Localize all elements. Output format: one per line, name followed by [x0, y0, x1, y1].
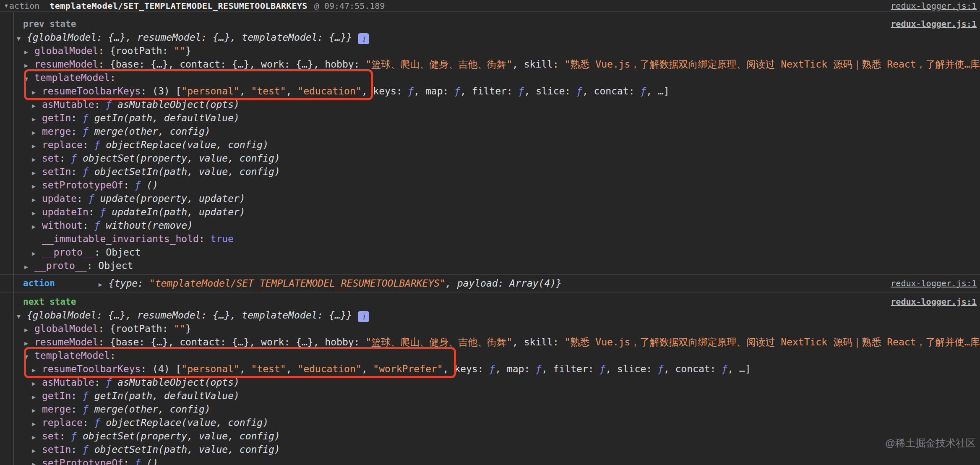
token-p: :: [71, 166, 83, 177]
token-k: resumeToolbarKeys: [42, 86, 141, 97]
token-p: : {rootPath:: [98, 45, 174, 56]
chevron-right-icon[interactable]: ▶: [32, 206, 42, 219]
tree-row[interactable]: ▶merge: ƒ merge(other, config): [0, 402, 980, 416]
chevron-right-icon[interactable]: ▶: [32, 431, 42, 443]
chevron-right-icon[interactable]: ▶: [24, 337, 34, 349]
chevron-right-icon[interactable]: ▶: [24, 260, 34, 272]
chevron-right-icon[interactable]: ▶: [32, 220, 42, 232]
tree-row[interactable]: ▶__proto__: Object: [0, 246, 980, 259]
chevron-right-icon[interactable]: ▶: [99, 281, 109, 288]
chevron-right-icon[interactable]: ▶: [32, 404, 42, 416]
tree-row[interactable]: ▶setPrototypeOf: ƒ (): [0, 178, 980, 192]
token-p: , keys:: [362, 86, 408, 97]
chevron-right-icon[interactable]: ▶: [32, 247, 42, 259]
tree-row[interactable]: ▶resumeToolbarKeys: (4) ["personal", "te…: [0, 362, 980, 376]
chevron-right-icon[interactable]: ▶: [32, 126, 42, 138]
token-f: ƒ: [576, 86, 582, 97]
token-s: "personal": [181, 86, 239, 97]
chevron-down-icon[interactable]: ▼: [24, 350, 34, 362]
chevron-right-icon[interactable]: ▶: [24, 45, 34, 57]
tree-row[interactable]: ▶resumeModel: {base: {…}, contact: {…}, …: [0, 335, 980, 349]
token-f: ƒ: [83, 390, 94, 401]
chevron-right-icon[interactable]: ▶: [32, 180, 42, 192]
token-k: getIn: [42, 390, 71, 401]
tree-row[interactable]: ▼{globalModel: {…}, resumeModel: {…}, te…: [0, 308, 980, 322]
prev-state-tree: ▼{globalModel: {…}, resumeModel: {…}, te…: [0, 31, 980, 272]
chevron-right-icon[interactable]: ▶: [32, 99, 42, 111]
token-k: globalModel: [34, 323, 98, 334]
tree-row[interactable]: __immutable_invariants_hold: true: [0, 232, 980, 246]
chevron-right-icon[interactable]: ▶: [32, 86, 42, 98]
group-expander-icon[interactable]: ▼: [0, 3, 9, 9]
action-type-title: templateModel/SET_TEMPLATEMODEL_RESUMETO…: [50, 1, 308, 11]
source-link[interactable]: redux-logger.js:1: [891, 297, 980, 307]
token-k: templateModel: [34, 350, 110, 361]
tree-row[interactable]: ▶setIn: ƒ objectSetIn(path, value, confi…: [0, 443, 980, 456]
chevron-right-icon[interactable]: ▶: [32, 363, 42, 376]
token-f: ƒ: [658, 363, 664, 374]
chevron-right-icon[interactable]: ▶: [32, 390, 42, 402]
tree-row[interactable]: ▶setIn: ƒ objectSetIn(path, value, confi…: [0, 165, 980, 178]
tree-row[interactable]: ▼templateModel:: [0, 349, 980, 362]
tree-row[interactable]: ▶asMutable: ƒ asMutableObject(opts): [0, 98, 980, 111]
tree-row[interactable]: ▶setPrototypeOf: ƒ (): [0, 456, 980, 465]
next-state-tree: ▼{globalModel: {…}, resumeModel: {…}, te…: [0, 308, 980, 465]
console-group-header[interactable]: ▼ action templateModel/SET_TEMPLATEMODEL…: [0, 0, 980, 12]
tree-row[interactable]: ▶resumeModel: {base: {…}, contact: {…}, …: [0, 57, 980, 71]
chevron-right-icon[interactable]: ▶: [32, 377, 42, 389]
token-p: :: [110, 72, 116, 83]
tree-row[interactable]: ▶set: ƒ objectSet(property, value, confi…: [0, 429, 980, 443]
chevron-right-icon[interactable]: ▶: [32, 153, 42, 165]
chevron-right-icon[interactable]: ▶: [24, 323, 34, 335]
chevron-right-icon[interactable]: ▶: [32, 139, 42, 152]
source-link[interactable]: redux-logger.js:1: [891, 19, 980, 29]
chevron-down-icon[interactable]: ▼: [24, 72, 34, 84]
tree-row[interactable]: ▼{globalModel: {…}, resumeModel: {…}, te…: [0, 31, 980, 44]
chevron-right-icon[interactable]: ▶: [32, 457, 42, 465]
token-p: : (4) [: [141, 363, 181, 374]
tree-row[interactable]: ▶replace: ƒ objectReplace(value, config): [0, 138, 980, 152]
token-k: update: [42, 193, 77, 204]
tree-row[interactable]: ▶without: ƒ without(remove): [0, 219, 980, 232]
token-p: {type:: [109, 278, 149, 289]
tree-row[interactable]: ▶getIn: ƒ getIn(path, defaultValue): [0, 389, 980, 402]
token-s: "": [174, 323, 185, 334]
next-state-section: next state redux-logger.js:1 ▼{globalMod…: [0, 293, 980, 465]
chevron-right-icon[interactable]: ▶: [32, 112, 42, 125]
token-s: "熟悉 Vue.js，了解数据双向绑定原理、阅读过 NextTick 源码｜熟悉…: [565, 337, 980, 347]
chevron-right-icon[interactable]: ▶: [32, 166, 42, 178]
info-icon[interactable]: i: [358, 33, 369, 44]
tree-row[interactable]: ▶asMutable: ƒ asMutableObject(opts): [0, 376, 980, 389]
chevron-right-icon[interactable]: ▶: [32, 193, 42, 205]
tree-row[interactable]: ▶set: ƒ objectSet(property, value, confi…: [0, 152, 980, 165]
info-icon[interactable]: i: [358, 311, 369, 322]
token-p: :: [83, 417, 94, 428]
tree-row[interactable]: ▶resumeToolbarKeys: (3) ["personal", "te…: [0, 84, 980, 98]
tree-row[interactable]: ▶replace: ƒ objectReplace(value, config): [0, 416, 980, 429]
tree-row[interactable]: ▶globalModel: {rootPath: ""}: [0, 44, 980, 57]
token-f: ƒ: [640, 86, 646, 97]
tree-row[interactable]: ▶getIn: ƒ getIn(path, defaultValue): [0, 111, 980, 125]
tree-row[interactable]: ▶merge: ƒ merge(other, config): [0, 125, 980, 138]
token-p: : (3) [: [141, 86, 181, 97]
chevron-right-icon[interactable]: ▶: [32, 417, 42, 429]
tree-row[interactable]: ▶__proto__: Object: [0, 259, 980, 272]
tree-row[interactable]: ▼templateModel:: [0, 71, 980, 84]
tree-row[interactable]: ▶globalModel: {rootPath: ""}: [0, 322, 980, 335]
token-f: ƒ: [94, 139, 106, 150]
token-p: : Object: [94, 247, 141, 258]
chevron-right-icon[interactable]: ▶: [24, 59, 34, 71]
token-f: ƒ: [106, 99, 117, 110]
token-f: ƒ: [100, 206, 112, 217]
chevron-down-icon[interactable]: ▼: [17, 32, 27, 44]
timestamp: @ 09:47:55.189: [314, 1, 385, 11]
tree-row[interactable]: ▶updateIn: ƒ updateIn(path, updater): [0, 205, 980, 219]
chevron-right-icon[interactable]: ▶: [32, 444, 42, 456]
token-p: , keys:: [443, 363, 490, 374]
token-sig: merge(other, config): [94, 126, 211, 137]
chevron-down-icon[interactable]: ▼: [17, 310, 27, 322]
source-link[interactable]: redux-logger.js:1: [891, 1, 980, 11]
source-link[interactable]: redux-logger.js:1: [891, 278, 980, 288]
tree-row[interactable]: ▶update: ƒ update(property, updater): [0, 192, 980, 205]
action-object-preview[interactable]: ▶{type: "templateModel/SET_TEMPLATEMODEL…: [99, 278, 562, 289]
